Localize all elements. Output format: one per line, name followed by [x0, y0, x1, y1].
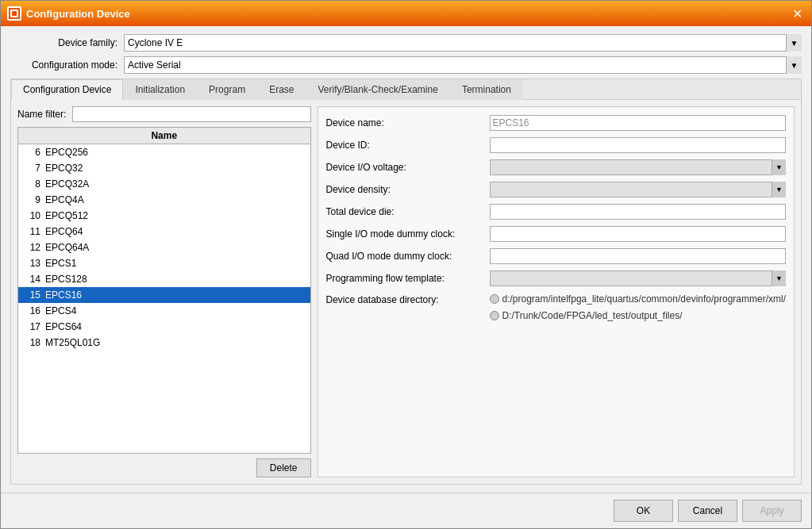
- list-item-selected[interactable]: 15 EPCS16: [18, 287, 310, 303]
- left-panel: Name filter: Name 6 EPCQ256 7 EPCQ32: [17, 106, 311, 477]
- io-voltage-select-wrapper: ▼: [490, 159, 787, 175]
- config-mode-select-wrapper: Active Serial ▼: [124, 56, 802, 74]
- device-family-select[interactable]: Cyclone IV E: [124, 34, 802, 52]
- device-list-container: Name 6 EPCQ256 7 EPCQ32 8 EPCQ32A: [17, 127, 311, 454]
- tab-config-device[interactable]: Configuration Device: [11, 79, 123, 100]
- tab-termination[interactable]: Termination: [450, 79, 523, 100]
- prog-flow-select-wrapper: ▼: [490, 270, 787, 286]
- main-window: Configuration Device ✕ Device family: Cy…: [0, 0, 812, 529]
- filter-row: Name filter:: [17, 106, 311, 122]
- tab-erase[interactable]: Erase: [257, 79, 306, 100]
- content-area: Device family: Cyclone IV E ▼ Configurat…: [1, 26, 811, 493]
- tab-content: Name filter: Name 6 EPCQ256 7 EPCQ32: [11, 100, 801, 484]
- device-id-label: Device ID:: [326, 140, 485, 151]
- list-item[interactable]: 17 EPCS64: [18, 319, 310, 335]
- device-id-row: Device ID:: [326, 137, 787, 153]
- delete-row: Delete: [17, 458, 311, 477]
- list-item[interactable]: 11 EPCQ64: [18, 224, 310, 240]
- bottom-buttons: OK Cancel Apply: [1, 493, 811, 528]
- db-dir-options: d:/program/intelfpga_lite/quartus/common…: [490, 293, 787, 323]
- titlebar-left: Configuration Device: [7, 6, 130, 21]
- list-item[interactable]: 16 EPCS4: [18, 303, 310, 319]
- tab-verify[interactable]: Verify/Blank-Check/Examine: [306, 79, 449, 100]
- total-die-label: Total device die:: [326, 206, 485, 217]
- list-item[interactable]: 6 EPCQ256: [18, 144, 310, 160]
- list-item[interactable]: 12 EPCQ64A: [18, 240, 310, 255]
- tab-initialization[interactable]: Initialization: [123, 79, 197, 100]
- db-dir-option-1: d:/program/intelfpga_lite/quartus/common…: [490, 293, 787, 306]
- db-dir-label: Device database directory:: [326, 293, 485, 305]
- cancel-button[interactable]: Cancel: [678, 500, 737, 522]
- density-select-wrapper: ▼: [490, 182, 787, 197]
- config-mode-select[interactable]: Active Serial: [124, 56, 802, 74]
- apply-button[interactable]: Apply: [742, 500, 802, 522]
- total-die-row: Total device die:: [326, 204, 787, 220]
- db-dir-radio-2[interactable]: [490, 311, 499, 320]
- prog-flow-row: Programming flow template: ▼: [326, 270, 787, 286]
- tab-program[interactable]: Program: [197, 79, 257, 100]
- device-name-label: Device name:: [326, 117, 485, 128]
- db-dir-option-2: D:/Trunk/Code/FPGA/led_test/output_files…: [490, 309, 787, 323]
- list-item[interactable]: 13 EPCS1: [18, 255, 310, 271]
- io-voltage-select[interactable]: [490, 159, 787, 175]
- single-io-input[interactable]: [490, 226, 787, 242]
- total-die-input[interactable]: [490, 204, 787, 220]
- close-button[interactable]: ✕: [789, 6, 805, 21]
- tabs-area: Configuration Device Initialization Prog…: [10, 79, 802, 485]
- device-name-input[interactable]: [490, 115, 787, 131]
- db-dir-section: Device database directory: d:/program/in…: [326, 293, 787, 323]
- list-item[interactable]: 8 EPCQ32A: [18, 176, 310, 192]
- io-voltage-label: Device I/O voltage:: [326, 162, 485, 173]
- quad-io-row: Quad I/O mode dummy clock:: [326, 248, 787, 264]
- config-mode-row: Configuration mode: Active Serial ▼: [10, 56, 802, 74]
- single-io-row: Single I/O mode dummy clock:: [326, 226, 787, 242]
- list-item[interactable]: 7 EPCQ32: [18, 160, 310, 176]
- list-item[interactable]: 14 EPCS128: [18, 271, 310, 287]
- titlebar: Configuration Device ✕: [1, 1, 811, 26]
- list-item[interactable]: 18 MT25QL01G: [18, 335, 310, 351]
- list-item[interactable]: 9 EPCQ4A: [18, 192, 310, 208]
- density-label: Device density:: [326, 184, 485, 195]
- db-dir-path-1: d:/program/intelfpga_lite/quartus/common…: [502, 293, 787, 306]
- density-select[interactable]: [490, 182, 787, 197]
- device-id-input[interactable]: [490, 137, 787, 153]
- quad-io-label: Quad I/O mode dummy clock:: [326, 251, 485, 262]
- filter-label: Name filter:: [17, 109, 66, 120]
- density-row: Device density: ▼: [326, 182, 787, 197]
- device-family-row: Device family: Cyclone IV E ▼: [10, 34, 802, 52]
- ok-button[interactable]: OK: [614, 500, 673, 522]
- prog-flow-label: Programming flow template:: [326, 273, 485, 284]
- io-voltage-row: Device I/O voltage: ▼: [326, 159, 787, 175]
- list-header: Name: [18, 128, 310, 144]
- device-family-select-wrapper: Cyclone IV E ▼: [124, 34, 802, 52]
- device-name-row: Device name:: [326, 115, 787, 131]
- quad-io-input[interactable]: [490, 248, 787, 264]
- tab-row: Configuration Device Initialization Prog…: [11, 79, 801, 100]
- db-dir-radio-1[interactable]: [490, 294, 499, 304]
- delete-button[interactable]: Delete: [256, 458, 311, 477]
- window-title: Configuration Device: [26, 8, 130, 20]
- list-item[interactable]: 10 EPCQ512: [18, 208, 310, 224]
- device-family-label: Device family:: [10, 37, 117, 48]
- prog-flow-select[interactable]: [490, 270, 787, 286]
- db-dir-path-2: D:/Trunk/Code/FPGA/led_test/output_files…: [502, 309, 683, 323]
- name-filter-input[interactable]: [72, 106, 310, 122]
- config-mode-label: Configuration mode:: [10, 59, 117, 71]
- svg-rect-2: [12, 11, 17, 16]
- app-icon: [7, 6, 21, 21]
- right-panel: Device name: Device ID: Device I/O volta…: [317, 106, 795, 477]
- single-io-label: Single I/O mode dummy clock:: [326, 228, 485, 240]
